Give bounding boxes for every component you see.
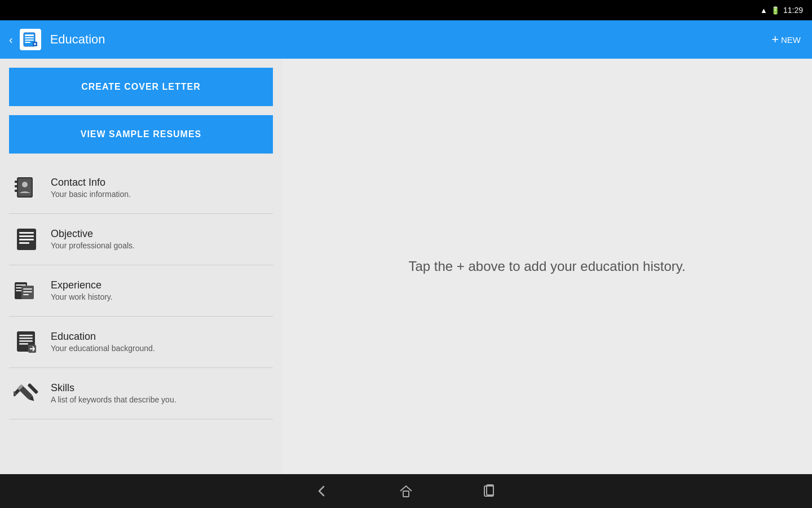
app-logo <box>20 29 41 50</box>
objective-subtitle: Your professional goals. <box>51 240 135 252</box>
back-nav-icon[interactable] <box>315 483 330 499</box>
new-button[interactable]: + NEW <box>771 33 801 46</box>
plus-icon: + <box>771 33 779 46</box>
svg-rect-10 <box>15 181 18 183</box>
view-sample-resumes-button[interactable]: VIEW SAMPLE RESUMES <box>9 115 273 154</box>
menu-list: Contact Info Your basic information. <box>9 163 273 419</box>
objective-title: Objective <box>51 227 135 240</box>
svg-rect-28 <box>19 335 33 336</box>
create-cover-letter-button[interactable]: CREATE COVER LETTER <box>9 68 273 106</box>
svg-rect-12 <box>15 190 18 192</box>
svg-rect-29 <box>19 338 33 339</box>
svg-rect-31 <box>19 343 28 345</box>
svg-rect-25 <box>23 291 32 292</box>
education-subtitle: Your educational background. <box>51 343 155 354</box>
menu-item-experience[interactable]: Experience Your work history. <box>9 265 273 317</box>
contact-info-subtitle: Your basic information. <box>51 189 131 200</box>
svg-rect-16 <box>19 235 34 237</box>
svg-rect-42 <box>403 491 409 497</box>
experience-title: Experience <box>51 279 113 292</box>
contact-info-icon <box>11 173 42 203</box>
svg-rect-24 <box>23 288 32 290</box>
svg-rect-15 <box>19 232 34 234</box>
svg-rect-4 <box>25 42 30 43</box>
education-text: Education Your educational background. <box>51 330 155 354</box>
status-bar: ▲ 🔋 11:29 <box>0 0 812 20</box>
skills-icon <box>11 378 42 409</box>
wifi-icon: ▲ <box>760 6 767 15</box>
education-icon <box>11 327 42 357</box>
skills-subtitle: A list of keywords that describe you. <box>51 395 176 406</box>
svg-rect-3 <box>25 40 34 41</box>
logo-icon <box>23 32 38 47</box>
svg-point-13 <box>22 182 28 187</box>
app-bar-title: Education <box>50 32 105 47</box>
menu-item-objective[interactable]: Objective Your professional goals. <box>9 214 273 265</box>
app-bar-left: ‹ Education <box>9 29 105 50</box>
experience-icon <box>11 275 42 306</box>
menu-item-contact-info[interactable]: Contact Info Your basic information. <box>9 163 273 214</box>
menu-item-education[interactable]: Education Your educational background. <box>9 317 273 368</box>
svg-rect-18 <box>19 242 29 244</box>
svg-rect-11 <box>15 185 18 187</box>
svg-rect-2 <box>25 37 34 38</box>
skills-title: Skills <box>51 382 176 395</box>
menu-item-skills[interactable]: Skills A list of keywords that describe … <box>9 368 273 419</box>
main-content: CREATE COVER LETTER VIEW SAMPLE RESUMES <box>0 59 812 474</box>
recents-nav-icon[interactable] <box>482 483 497 499</box>
bottom-bar <box>0 474 812 508</box>
objective-text: Objective Your professional goals. <box>51 227 135 252</box>
left-panel: CREATE COVER LETTER VIEW SAMPLE RESUMES <box>0 59 282 474</box>
svg-rect-20 <box>16 284 26 286</box>
back-icon[interactable]: ‹ <box>9 33 13 46</box>
svg-rect-26 <box>23 294 29 295</box>
right-panel: Tap the + above to add your education hi… <box>282 59 812 474</box>
status-time: 11:29 <box>783 6 803 15</box>
svg-rect-17 <box>19 239 34 240</box>
home-nav-icon[interactable] <box>398 483 414 499</box>
experience-subtitle: Your work history. <box>51 292 113 303</box>
status-icons: ▲ 🔋 11:29 <box>760 6 803 15</box>
experience-text: Experience Your work history. <box>51 279 113 303</box>
battery-icon: 🔋 <box>771 6 780 15</box>
skills-text: Skills A list of keywords that describe … <box>51 382 176 406</box>
svg-rect-30 <box>19 340 33 342</box>
new-button-label: NEW <box>781 35 801 45</box>
hint-text: Tap the + above to add your education hi… <box>408 259 685 274</box>
app-bar-right: + NEW <box>771 33 801 46</box>
education-title: Education <box>51 330 155 343</box>
contact-info-text: Contact Info Your basic information. <box>51 176 131 200</box>
app-bar: ‹ Education + NEW <box>0 20 812 59</box>
svg-rect-1 <box>25 34 34 36</box>
objective-icon <box>11 224 42 255</box>
contact-info-title: Contact Info <box>51 176 131 189</box>
